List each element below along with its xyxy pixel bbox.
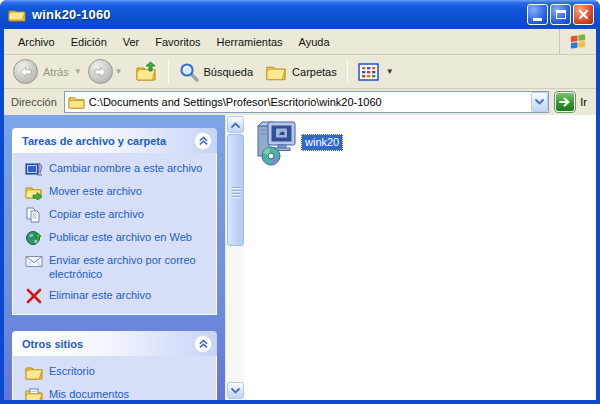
publish-web-icon xyxy=(25,230,43,246)
task-email-file[interactable]: Enviar este archivo por correo electróni… xyxy=(25,253,212,281)
other-places-header[interactable]: Otros sitios xyxy=(12,331,217,356)
forward-icon xyxy=(88,59,113,84)
other-places-panel: Otros sitios Escritorio xyxy=(12,331,217,400)
task-publish-file[interactable]: Publicar este archivo en Web xyxy=(25,230,212,246)
email-icon xyxy=(25,253,43,269)
back-dropdown-icon[interactable]: ▼ xyxy=(74,67,82,76)
place-label: Escritorio xyxy=(49,364,95,378)
address-path: C:\Documents and Settings\Profesor\Escri… xyxy=(89,96,382,108)
menu-ver[interactable]: Ver xyxy=(115,34,148,50)
titlebar[interactable]: wink20-1060 xyxy=(0,0,600,29)
folder-up-icon xyxy=(135,61,158,83)
chevron-down-icon xyxy=(535,99,544,105)
place-label: Mis documentos xyxy=(49,387,129,400)
folders-button[interactable]: Carpetas xyxy=(259,62,343,82)
search-label: Búsqueda xyxy=(204,66,254,78)
windows-logo xyxy=(559,29,596,54)
back-label: Atrás xyxy=(43,66,69,78)
maximize-button[interactable] xyxy=(550,4,571,25)
task-label: Publicar este archivo en Web xyxy=(49,230,192,244)
folder-window-icon xyxy=(8,7,26,23)
menu-archivo[interactable]: Archivo xyxy=(10,34,63,50)
installer-file-icon xyxy=(254,118,300,166)
chevron-down-icon xyxy=(231,388,240,394)
collapse-button[interactable] xyxy=(194,132,212,150)
my-documents-icon xyxy=(25,387,43,400)
chevron-double-up-icon xyxy=(198,136,209,146)
folder-address-icon xyxy=(68,95,85,109)
forward-dropdown-icon[interactable]: ▼ xyxy=(115,67,123,76)
scrollbar-thumb[interactable] xyxy=(227,134,244,246)
views-dropdown-icon[interactable]: ▼ xyxy=(386,67,394,76)
go-label: Ir xyxy=(580,96,587,108)
toolbar: Atrás ▼ ▼ Búsqueda xyxy=(4,55,596,89)
place-mis-documentos[interactable]: Mis documentos xyxy=(25,387,212,400)
scroll-down-button[interactable] xyxy=(227,382,244,399)
close-button[interactable] xyxy=(573,4,594,25)
menu-ayuda[interactable]: Ayuda xyxy=(291,34,338,50)
task-label: Mover este archivo xyxy=(49,184,142,198)
menu-favoritos[interactable]: Favoritos xyxy=(147,34,208,50)
file-tile-wink20[interactable]: wink20 xyxy=(254,118,343,166)
address-label: Dirección xyxy=(11,96,57,108)
explorer-window: wink20-1060 Archivo Edición Ver Favorito… xyxy=(0,0,600,404)
window-title: wink20-1060 xyxy=(32,7,527,22)
move-icon xyxy=(25,184,43,200)
task-move-file[interactable]: Mover este archivo xyxy=(25,184,212,200)
delete-icon xyxy=(25,288,43,304)
file-tasks-body: Cambiar nombre a este archivo Mover este… xyxy=(12,153,217,315)
task-label: Enviar este archivo por correo electróni… xyxy=(49,253,205,281)
place-escritorio[interactable]: Escritorio xyxy=(25,364,212,380)
task-delete-file[interactable]: Eliminar este archivo xyxy=(25,288,212,304)
task-label: Eliminar este archivo xyxy=(49,288,151,302)
back-button[interactable]: Atrás ▼ xyxy=(13,59,88,84)
file-tasks-header[interactable]: Tareas de archivo y carpeta xyxy=(12,128,217,153)
go-button[interactable] xyxy=(555,92,575,112)
addressbar: Dirección C:\Documents and Settings\Prof… xyxy=(4,89,596,115)
main-area: Tareas de archivo y carpeta xyxy=(4,115,596,400)
task-rename-file[interactable]: Cambiar nombre a este archivo xyxy=(25,161,212,177)
menu-edicion[interactable]: Edición xyxy=(63,34,115,50)
toolbar-separator xyxy=(347,59,348,84)
vertical-scrollbar[interactable] xyxy=(225,115,244,400)
views-button[interactable]: ▼ xyxy=(352,63,406,81)
file-tasks-panel: Tareas de archivo y carpeta xyxy=(12,128,217,315)
back-icon xyxy=(13,59,38,84)
file-list-area[interactable]: wink20 xyxy=(244,115,596,400)
other-places-title: Otros sitios xyxy=(22,338,83,350)
file-name-label[interactable]: wink20 xyxy=(301,134,343,151)
forward-button[interactable]: ▼ xyxy=(88,59,129,84)
folder-icon xyxy=(25,364,43,380)
minimize-button[interactable] xyxy=(527,4,548,25)
copy-icon xyxy=(25,207,43,223)
go-arrow-icon xyxy=(559,97,571,107)
close-icon xyxy=(578,9,589,20)
search-icon xyxy=(179,62,199,82)
file-tasks-title: Tareas de archivo y carpeta xyxy=(22,135,166,147)
views-icon xyxy=(358,63,379,81)
address-input[interactable]: C:\Documents and Settings\Profesor\Escri… xyxy=(64,91,549,113)
other-places-body: Escritorio Mis documentos xyxy=(12,356,217,400)
address-dropdown-button[interactable] xyxy=(531,92,548,112)
minimize-icon xyxy=(533,18,542,21)
scroll-up-button[interactable] xyxy=(227,116,244,133)
rename-icon xyxy=(25,161,43,177)
task-label: Cambiar nombre a este archivo xyxy=(49,161,202,175)
windows-flag-icon xyxy=(568,31,589,52)
chevron-double-up-icon xyxy=(198,339,209,349)
task-label: Copiar este archivo xyxy=(49,207,144,221)
task-pane: Tareas de archivo y carpeta xyxy=(4,115,225,400)
toolbar-separator xyxy=(168,59,169,84)
task-copy-file[interactable]: Copiar este archivo xyxy=(25,207,212,223)
folders-icon xyxy=(265,62,287,82)
menu-herramientas[interactable]: Herramientas xyxy=(209,34,291,50)
maximize-icon xyxy=(556,10,566,19)
chevron-up-icon xyxy=(231,122,240,128)
collapse-button[interactable] xyxy=(194,335,212,353)
menubar: Archivo Edición Ver Favoritos Herramient… xyxy=(4,29,596,55)
up-button[interactable] xyxy=(129,61,164,83)
search-button[interactable]: Búsqueda xyxy=(173,62,260,82)
folders-label: Carpetas xyxy=(292,66,337,78)
scrollbar-grip xyxy=(232,187,241,199)
